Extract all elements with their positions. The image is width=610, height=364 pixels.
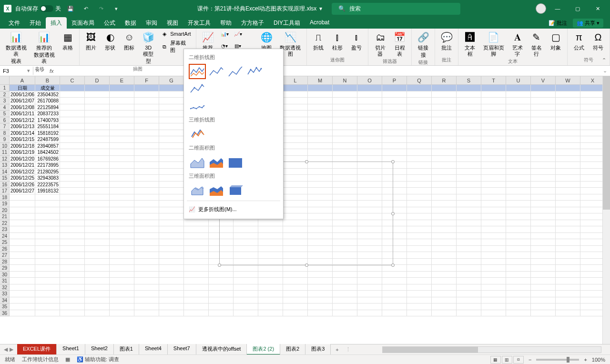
cell[interactable] — [60, 207, 85, 214]
cell[interactable] — [531, 213, 556, 220]
cell[interactable] — [531, 91, 556, 98]
cell[interactable] — [10, 265, 35, 272]
cell[interactable] — [407, 117, 432, 124]
cell[interactable] — [234, 284, 258, 291]
cell[interactable] — [481, 201, 506, 207]
cell[interactable] — [506, 111, 531, 117]
cell[interactable] — [60, 303, 85, 310]
cell[interactable] — [382, 143, 407, 150]
cell[interactable] — [556, 175, 580, 182]
cell[interactable] — [159, 239, 184, 246]
cell[interactable] — [159, 169, 184, 175]
cell[interactable] — [432, 98, 457, 104]
sparkline-winloss-button[interactable]: ⫾盈亏 — [348, 30, 365, 57]
cell[interactable] — [481, 226, 506, 233]
cell[interactable] — [357, 85, 382, 91]
cell[interactable] — [110, 123, 134, 130]
cell[interactable] — [407, 284, 432, 291]
row-header[interactable]: 35 — [0, 303, 10, 310]
cell[interactable] — [481, 149, 506, 156]
cell[interactable] — [531, 259, 556, 265]
cell[interactable] — [283, 104, 308, 111]
cell[interactable] — [134, 123, 159, 130]
cell[interactable]: 23940857 — [35, 143, 60, 150]
cell[interactable] — [556, 123, 580, 130]
cell[interactable] — [283, 117, 308, 124]
cell[interactable] — [481, 123, 506, 130]
cell[interactable] — [134, 297, 159, 304]
cell[interactable] — [333, 85, 357, 91]
cell[interactable] — [457, 156, 481, 162]
cell[interactable] — [357, 291, 382, 297]
cell[interactable] — [35, 201, 60, 207]
cell[interactable] — [85, 310, 110, 317]
row-header[interactable]: 3 — [0, 98, 10, 104]
cell[interactable] — [407, 310, 432, 317]
cell[interactable]: 2006/12/07 — [10, 98, 35, 104]
cell[interactable] — [556, 111, 580, 117]
cell[interactable] — [457, 278, 481, 284]
cell[interactable] — [357, 284, 382, 291]
sparkline-line-button[interactable]: ⎍折线 — [310, 30, 327, 57]
sheet-tab[interactable]: 图表2 — [280, 344, 305, 355]
cell[interactable] — [531, 284, 556, 291]
cell[interactable] — [481, 162, 506, 169]
cell[interactable] — [60, 188, 85, 194]
cell[interactable] — [481, 297, 506, 304]
row-header[interactable]: 15 — [0, 175, 10, 182]
close-button[interactable]: ✕ — [589, 3, 606, 14]
cell[interactable] — [333, 303, 357, 310]
cell[interactable] — [357, 149, 382, 156]
cell[interactable] — [432, 91, 457, 98]
cell[interactable] — [506, 303, 531, 310]
cell[interactable] — [432, 239, 457, 246]
cell[interactable]: 日期 — [10, 85, 35, 91]
cell[interactable] — [407, 297, 432, 304]
cell[interactable] — [506, 156, 531, 162]
cell[interactable]: 成交量 — [35, 85, 60, 91]
cell[interactable] — [333, 149, 357, 156]
cell[interactable] — [382, 85, 407, 91]
cell[interactable] — [134, 303, 159, 310]
cell[interactable] — [580, 98, 605, 104]
line-chart-option-1[interactable] — [189, 64, 206, 79]
select-all-corner[interactable] — [0, 76, 10, 84]
cell[interactable] — [258, 297, 283, 304]
cell[interactable] — [60, 226, 85, 233]
cell[interactable] — [407, 201, 432, 207]
cell[interactable] — [60, 310, 85, 317]
cell[interactable] — [10, 233, 35, 240]
sheet-tab[interactable]: 图表3 — [305, 344, 331, 355]
cell[interactable] — [506, 278, 531, 284]
cell[interactable] — [580, 117, 605, 124]
cell[interactable] — [382, 272, 407, 278]
cell[interactable] — [382, 111, 407, 117]
cell[interactable] — [457, 182, 481, 188]
ribbon-tab[interactable]: 公式 — [99, 17, 120, 29]
ribbon-tab[interactable]: 审阅 — [141, 17, 162, 29]
cell[interactable] — [110, 259, 134, 265]
cell[interactable] — [110, 291, 134, 297]
sheet-tab[interactable]: Sheet7 — [168, 344, 196, 355]
cell[interactable] — [110, 117, 134, 124]
row-header[interactable]: 8 — [0, 130, 10, 137]
cell[interactable] — [333, 136, 357, 143]
cell[interactable] — [283, 156, 308, 162]
cell[interactable] — [531, 194, 556, 201]
cell[interactable] — [457, 162, 481, 169]
row-header[interactable]: 25 — [0, 239, 10, 246]
cell[interactable] — [506, 182, 531, 188]
cell[interactable] — [481, 303, 506, 310]
column-header[interactable]: B — [35, 76, 60, 84]
cell[interactable]: 2006/12/15 — [10, 136, 35, 143]
cell[interactable] — [506, 194, 531, 201]
cell[interactable] — [432, 246, 457, 253]
row-header[interactable]: 36 — [0, 310, 10, 317]
cell[interactable] — [134, 98, 159, 104]
cell[interactable] — [134, 278, 159, 284]
cell[interactable] — [457, 111, 481, 117]
sheet-tab[interactable]: 图表2 (2) — [247, 344, 280, 355]
cell[interactable] — [159, 284, 184, 291]
cell[interactable]: 22487599 — [35, 136, 60, 143]
cell[interactable] — [580, 272, 605, 278]
